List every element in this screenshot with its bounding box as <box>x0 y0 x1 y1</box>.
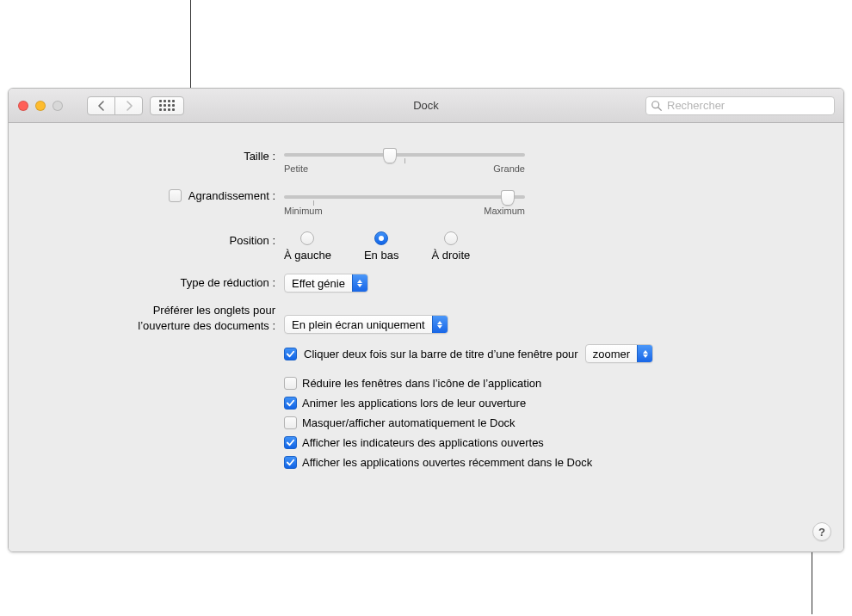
option-checkbox[interactable] <box>284 377 297 390</box>
position-radio-label: En bas <box>364 249 398 262</box>
titlebar: Dock <box>9 89 843 123</box>
prefer-tabs-label-line2: l’ouverture des documents : <box>26 318 275 334</box>
double-click-row: Cliquer deux fois sur la barre de titre … <box>284 344 826 363</box>
option-checkbox[interactable] <box>284 456 297 469</box>
check-icon <box>286 349 295 359</box>
search-icon <box>651 100 663 112</box>
option-row: Masquer/afficher automatiquement le Dock <box>284 416 826 429</box>
position-option[interactable]: À gauche <box>284 231 331 262</box>
zoom-button <box>52 101 63 111</box>
option-row: Réduire les fenêtres dans l’icône de l’a… <box>284 377 826 390</box>
options-list: Cliquer deux fois sur la barre de titre … <box>284 344 826 469</box>
help-icon: ? <box>818 526 825 539</box>
chevron-left-icon <box>97 101 106 111</box>
minimize-effect-select[interactable]: Effet génie <box>284 274 368 293</box>
option-checkbox[interactable] <box>284 416 297 429</box>
option-label: Animer les applications lors de leur ouv… <box>302 397 526 410</box>
position-radio[interactable] <box>374 231 388 245</box>
prefer-tabs-select[interactable]: En plein écran uniquement <box>284 315 448 334</box>
position-label: Position : <box>26 231 284 247</box>
help-button[interactable]: ? <box>812 522 831 541</box>
size-label: Taille : <box>26 147 284 163</box>
magnification-row: Agrandissement : Minimum Maximum <box>26 189 826 216</box>
chevron-right-icon <box>125 101 133 111</box>
prefer-tabs-label: Préférer les onglets pour l’ouverture de… <box>26 303 284 333</box>
position-radio[interactable] <box>300 231 314 245</box>
check-icon <box>286 438 295 447</box>
size-max-label: Grande <box>493 163 525 174</box>
position-row: Position : À gaucheEn basÀ droite <box>26 231 826 262</box>
nav-group <box>87 96 143 115</box>
select-arrows-icon <box>637 345 652 362</box>
grid-icon <box>159 100 175 111</box>
check-icon <box>286 458 295 467</box>
magnification-label: Agrandissement : <box>188 189 275 202</box>
magnification-slider-thumb[interactable] <box>501 190 515 206</box>
magnification-slider[interactable] <box>284 195 525 199</box>
show-all-button[interactable] <box>150 96 184 115</box>
option-label: Réduire les fenêtres dans l’icône de l’a… <box>302 377 541 390</box>
position-radio[interactable] <box>444 231 458 245</box>
prefer-tabs-row: Préférer les onglets pour l’ouverture de… <box>26 303 826 334</box>
size-slider[interactable] <box>284 153 525 157</box>
close-button[interactable] <box>18 101 28 111</box>
callout-line-bottom <box>812 545 812 614</box>
dock-pane: Taille : Petite Grande <box>9 123 843 551</box>
back-button[interactable] <box>87 96 115 115</box>
magnification-min-label: Minimum <box>284 206 323 216</box>
select-arrows-icon <box>432 316 448 333</box>
forward-button[interactable] <box>114 96 143 115</box>
size-min-label: Petite <box>284 163 308 174</box>
double-click-action-select[interactable]: zoomer <box>585 344 653 363</box>
svg-line-1 <box>658 107 662 110</box>
option-row: Animer les applications lors de leur ouv… <box>284 397 826 410</box>
check-icon <box>286 398 295 408</box>
preferences-window: Dock Taille : Petite Grande <box>8 88 844 552</box>
option-label: Afficher les applications ouvertes récem… <box>302 456 592 469</box>
callout-line-top <box>190 0 191 94</box>
prefer-tabs-value: En plein écran uniquement <box>285 318 432 331</box>
position-option[interactable]: À droite <box>431 231 470 262</box>
double-click-label: Cliquer deux fois sur la barre de titre … <box>304 348 578 360</box>
search-input[interactable] <box>645 96 835 115</box>
option-label: Afficher les indicateurs des application… <box>302 436 544 449</box>
size-slider-thumb[interactable] <box>383 148 397 163</box>
double-click-checkbox[interactable] <box>284 348 297 360</box>
magnification-max-label: Maximum <box>484 206 525 216</box>
minimize-effect-row: Type de réduction : Effet génie <box>26 274 826 293</box>
position-option[interactable]: En bas <box>364 231 398 262</box>
double-click-action-value: zoomer <box>586 348 637 360</box>
option-label: Masquer/afficher automatiquement le Dock <box>302 416 516 429</box>
prefer-tabs-label-line1: Préférer les onglets pour <box>26 303 275 318</box>
select-arrows-icon <box>352 274 367 292</box>
position-radio-label: À droite <box>431 249 470 262</box>
size-row: Taille : Petite Grande <box>26 147 826 174</box>
search-wrap <box>645 96 835 115</box>
option-checkbox[interactable] <box>284 397 297 410</box>
minimize-effect-value: Effet génie <box>285 277 352 290</box>
option-row: Afficher les applications ouvertes récem… <box>284 456 826 469</box>
position-radio-label: À gauche <box>284 249 331 262</box>
option-row: Afficher les indicateurs des application… <box>284 436 826 449</box>
option-checkbox[interactable] <box>284 436 297 449</box>
minimize-effect-label: Type de réduction : <box>26 274 284 289</box>
window-controls <box>18 101 63 111</box>
minimize-button[interactable] <box>35 101 46 111</box>
magnification-checkbox[interactable] <box>169 189 182 202</box>
